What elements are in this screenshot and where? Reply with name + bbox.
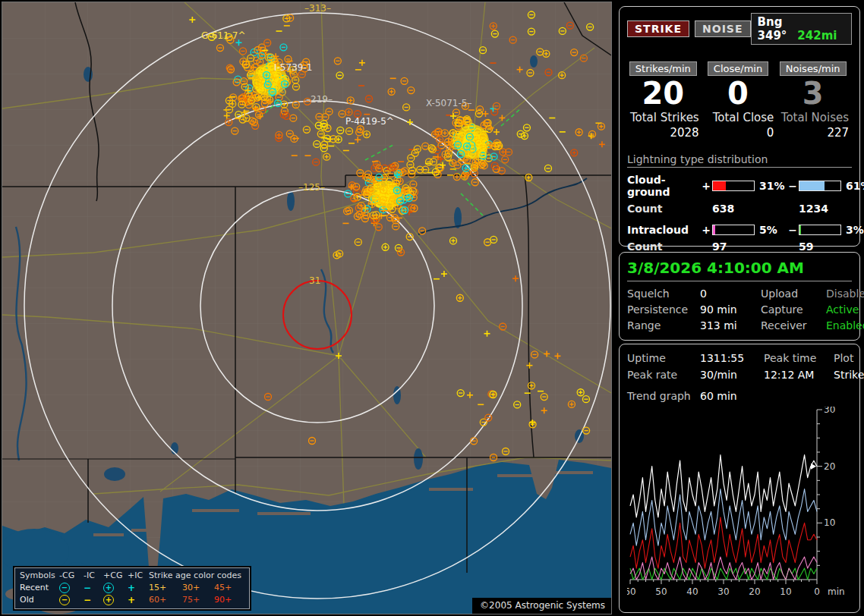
svg-text:–125–: –125– (298, 182, 325, 193)
legend-row-recent-label: Recent (20, 583, 59, 593)
lightning-distribution: Lightning type distribution Cloud-ground… (627, 153, 852, 253)
cg-pos-bar (712, 181, 755, 191)
svg-text:–219–: –219– (306, 94, 333, 105)
plus-icon: + (128, 595, 149, 605)
svg-text:20: 20 (749, 586, 760, 597)
clock: 3/8/2026 4:10:00 AM (627, 259, 852, 281)
ic-neg-count: 59 (799, 240, 841, 253)
distribution-title: Lightning type distribution (627, 153, 852, 168)
age-badge-60: 60+ (149, 595, 182, 605)
cg-neg-pct: 61% (843, 180, 864, 192)
plus-icon: + (128, 583, 149, 593)
trend-graph: 1020306050403020100min (627, 407, 853, 598)
receiver-label: Receiver (761, 319, 826, 332)
svg-text:60: 60 (627, 586, 636, 597)
minus-sign: − (788, 180, 797, 192)
cg-neg-bar (799, 181, 841, 191)
plot-mode-value: Strike (834, 369, 864, 381)
cloud-ground-label: Cloud-ground (627, 174, 700, 198)
strike-button[interactable]: STRIKE (627, 20, 689, 37)
svg-text:–313–: –313– (304, 3, 331, 14)
map-legend: Symbols -CG -IC +CG +IC Strike age color… (14, 567, 250, 609)
circle-minus-icon: − (59, 583, 84, 593)
peak-rate-label: Peak rate (627, 369, 700, 381)
strikes-rate: 20 (642, 77, 685, 109)
svg-text:min: min (828, 586, 845, 597)
legend-col-ic-pos: +IC (128, 570, 149, 581)
squelch-label: Squelch (627, 288, 700, 300)
capture-label: Capture (761, 303, 826, 316)
circle-plus-icon: + (103, 595, 128, 605)
plus-sign: + (702, 180, 711, 192)
capture-status: Active (826, 303, 864, 316)
ic-neg-bar (799, 225, 841, 235)
ic-count-label: Count (627, 240, 700, 253)
total-strikes-value: 2028 (670, 126, 698, 140)
squelch-value: 0 (700, 288, 761, 300)
ic-pos-bar (712, 225, 755, 235)
stats-panel: STRIKE NOISE Bng 349°242mi Strikes/min 2… (619, 6, 860, 247)
persistence-label: Persistence (627, 303, 700, 316)
total-close-value: 0 (767, 126, 774, 140)
trend-graph-label: Trend graph (627, 390, 700, 402)
peak-time-label: Peak time (764, 352, 834, 364)
svg-text:50: 50 (655, 586, 667, 597)
ic-pos-count: 97 (712, 240, 755, 253)
legend-symbols-header: Symbols (20, 570, 59, 581)
persistence-value: 90 min (700, 303, 761, 316)
plot-label: Plot (834, 352, 864, 364)
noise-button[interactable]: NOISE (695, 20, 750, 37)
map-panel[interactable]: –313––219––125–31G-611-7^I-5739-1P-4419-… (2, 2, 612, 614)
map-canvas[interactable]: –313––219––125–31G-611-7^I-5739-1P-4419-… (2, 2, 611, 614)
age-badge-45: 45+ (214, 583, 244, 593)
status-panel: 3/8/2026 4:10:00 AM Squelch 0 Upload Dis… (619, 252, 860, 341)
trend-graph-value: 60 min (700, 390, 737, 402)
close-rate: 0 (727, 77, 749, 109)
age-badge-90: 90+ (214, 595, 244, 605)
close-per-min-chip: Close/min (708, 61, 768, 76)
total-noises-label: Total Noises (781, 111, 849, 124)
uptime-value: 1311:55 (700, 352, 764, 364)
noises-rate: 3 (803, 77, 824, 109)
intracloud-label: Intracloud (627, 224, 700, 236)
ic-neg-pct: 3% (843, 224, 864, 236)
svg-text:G-611-7^: G-611-7^ (201, 30, 246, 41)
rate-columns: Strikes/min 20 Total Strikes 2028 Close/… (627, 61, 852, 140)
svg-text:20: 20 (824, 461, 835, 472)
noises-per-min-chip: Noises/min (780, 61, 847, 76)
legend-col-ic-neg: -IC (84, 570, 103, 581)
plus-sign: + (702, 224, 711, 236)
svg-text:10: 10 (780, 586, 791, 597)
total-noises-value: 227 (827, 126, 849, 140)
copyright: ©2005 Astrogenic Systems (472, 598, 611, 614)
svg-text:0: 0 (814, 586, 820, 597)
cg-count-label: Count (627, 203, 700, 215)
bearing-label: Bng 349° (758, 15, 787, 42)
minus-icon: − (84, 595, 103, 605)
bearing-distance: 242mi (797, 29, 837, 42)
svg-text:30: 30 (717, 586, 729, 597)
upload-label: Upload (761, 288, 826, 300)
total-strikes-label: Total Strikes (630, 111, 699, 124)
range-label: Range (627, 319, 700, 332)
legend-row-old-label: Old (20, 595, 59, 605)
bearing-readout: Bng 349°242mi (751, 13, 852, 45)
trend-panel: Uptime 1311:55 Peak time Plot Peak rate … (619, 344, 860, 613)
upload-status: Disabled (826, 288, 864, 300)
legend-col-cg-pos: +CG (103, 570, 128, 581)
receiver-status: Enabled (826, 319, 864, 332)
minus-sign: − (788, 224, 797, 236)
svg-text:X-5071-5–: X-5071-5– (426, 98, 471, 108)
peak-rate-value: 30/min (700, 369, 764, 381)
svg-text:30: 30 (824, 407, 835, 415)
noises-column: Noises/min 3 Total Noises 227 (777, 61, 852, 140)
minus-icon: − (84, 583, 103, 593)
sidebar: STRIKE NOISE Bng 349°242mi Strikes/min 2… (615, 0, 864, 616)
cg-pos-count: 638 (712, 203, 755, 215)
lightning-app: –313––219––125–31G-611-7^I-5739-1P-4419-… (0, 0, 864, 616)
svg-text:10: 10 (824, 517, 835, 528)
uptime-label: Uptime (627, 352, 700, 364)
circle-plus-icon: + (103, 583, 128, 593)
svg-text:40: 40 (686, 586, 698, 597)
total-close-label: Total Close (713, 111, 774, 124)
